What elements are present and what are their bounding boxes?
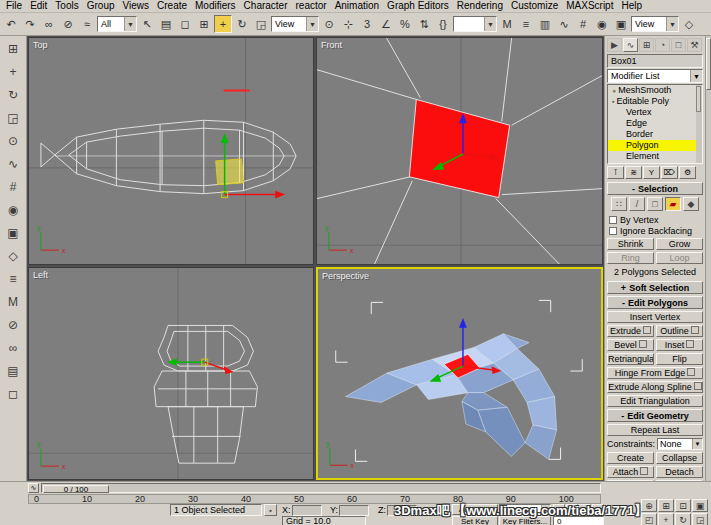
selection-rollout-header[interactable]: -Selection — [607, 182, 703, 195]
hinge-from-edge-button[interactable]: Hinge From Edge — [607, 367, 703, 379]
spinner-snap-icon[interactable]: ⇅ — [415, 15, 433, 33]
bind-to-space-warp-icon[interactable]: ≈ — [78, 15, 96, 33]
render-type-dropdown[interactable]: View▼ — [631, 16, 679, 32]
named-selection-dropdown[interactable]: ▼ — [453, 16, 497, 32]
command-panel-scrollbar[interactable] — [705, 36, 711, 481]
configure-modifier-sets-icon[interactable]: ⚙ — [679, 166, 696, 179]
stack-item-edge[interactable]: Edge — [608, 118, 696, 129]
make-unique-icon[interactable]: Y — [643, 166, 660, 179]
undo-icon[interactable]: ↶ — [2, 15, 20, 33]
soft-selection-rollout-header[interactable]: +Soft Selection — [607, 281, 703, 294]
left-tool-icon-3[interactable]: ↻ — [3, 85, 23, 104]
menu-item[interactable]: Character — [240, 0, 292, 12]
remove-modifier-icon[interactable]: ⌦ — [661, 166, 678, 179]
menu-item[interactable]: Rendering — [453, 0, 507, 12]
select-and-rotate-icon[interactable]: ↻ — [233, 15, 251, 33]
by-vertex-checkbox[interactable]: By Vertex — [607, 214, 703, 225]
left-tool-icon-7[interactable]: # — [3, 177, 23, 196]
window-crossing-icon[interactable]: ⊞ — [195, 15, 213, 33]
tab-display-icon[interactable]: □ — [671, 38, 686, 52]
redo-icon[interactable]: ↷ — [21, 15, 39, 33]
quick-render-icon[interactable]: ◇ — [680, 15, 698, 33]
reference-coordinate-dropdown[interactable]: View▼ — [271, 16, 319, 32]
time-slider-track[interactable]: 0 / 100 — [41, 483, 601, 493]
menu-item[interactable]: Edit — [26, 0, 51, 12]
time-slider-handle[interactable]: 0 / 100 — [43, 485, 109, 493]
y-coordinate-field[interactable] — [339, 505, 369, 516]
bevel-button[interactable]: Bevel — [607, 339, 654, 351]
element-mode-icon[interactable]: ◆ — [683, 197, 699, 211]
tab-motion-icon[interactable]: ◔ — [655, 38, 670, 52]
edit-geometry-rollout-header[interactable]: -Edit Geometry — [607, 409, 703, 422]
curve-editor-icon[interactable]: ∿ — [555, 15, 573, 33]
show-end-result-icon[interactable]: ≋ — [625, 166, 642, 179]
ring-button[interactable]: Ring — [607, 252, 654, 264]
grow-button[interactable]: Grow — [656, 238, 703, 250]
flip-button[interactable]: Flip — [656, 353, 703, 365]
align-icon[interactable]: ≡ — [517, 15, 535, 33]
left-tool-icon-1[interactable]: ⊞ — [3, 39, 23, 58]
tab-create-icon[interactable]: ▶ — [607, 38, 622, 52]
edit-polygons-rollout-header[interactable]: -Edit Polygons — [607, 296, 703, 309]
left-tool-icon-12[interactable]: M — [3, 292, 23, 311]
menu-item[interactable]: Animation — [331, 0, 383, 12]
viewport-perspective[interactable]: Perspective — [316, 267, 603, 480]
vertex-mode-icon[interactable]: ∷ — [611, 197, 627, 211]
left-tool-icon-9[interactable]: ▣ — [3, 223, 23, 242]
pin-stack-icon[interactable]: ⊺ — [607, 166, 624, 179]
tab-hierarchy-icon[interactable]: ⊞ — [639, 38, 654, 52]
shrink-button[interactable]: Shrink — [607, 238, 654, 250]
menu-item[interactable]: Create — [153, 0, 191, 12]
edge-mode-icon[interactable]: / — [629, 197, 645, 211]
select-and-manipulate-icon[interactable]: ⊹ — [339, 15, 357, 33]
left-tool-icon-16[interactable]: ◻ — [3, 384, 23, 403]
mirror-icon[interactable]: M — [498, 15, 516, 33]
viewport-top[interactable]: Top — [28, 37, 314, 265]
left-tool-icon-13[interactable]: ⊘ — [3, 315, 23, 334]
schematic-view-icon[interactable]: # — [574, 15, 592, 33]
angle-snap-icon[interactable]: ∠ — [377, 15, 395, 33]
constraints-dropdown[interactable]: None▼ — [657, 438, 703, 450]
left-tool-icon-8[interactable]: ◉ — [3, 200, 23, 219]
retriangulate-button[interactable]: Retriangulate — [607, 353, 654, 365]
viewport-label[interactable]: Perspective — [322, 271, 369, 281]
ignore-backfacing-checkbox[interactable]: Ignore Backfacing — [607, 225, 703, 236]
tab-utilities-icon[interactable]: ⚒ — [687, 38, 702, 52]
menu-item[interactable]: Group — [83, 0, 119, 12]
arc-rotate-icon[interactable]: ↻ — [675, 513, 691, 525]
left-tool-icon-10[interactable]: ◇ — [3, 246, 23, 265]
edit-named-selection-sets-icon[interactable]: {} — [434, 15, 452, 33]
select-and-move-icon[interactable]: + — [214, 15, 232, 33]
edit-triangulation-button[interactable]: Edit Triangulation — [607, 395, 703, 407]
left-tool-icon-11[interactable]: ≡ — [3, 269, 23, 288]
loop-button[interactable]: Loop — [656, 252, 703, 264]
outline-button[interactable]: Outline — [656, 325, 703, 337]
pan-icon[interactable]: + — [658, 513, 674, 525]
collapse-button[interactable]: Collapse — [656, 452, 703, 464]
left-tool-icon-2[interactable]: + — [3, 62, 23, 81]
menu-item[interactable]: MAXScript — [562, 0, 617, 12]
stack-item-meshsmooth[interactable]: MeshSmooth — [608, 85, 696, 96]
stack-item-border[interactable]: Border — [608, 129, 696, 140]
min-max-toggle-icon[interactable]: ◲ — [692, 513, 708, 525]
extrude-button[interactable]: Extrude — [607, 325, 654, 337]
tab-modify-icon[interactable]: ∿ — [623, 38, 638, 52]
menu-item[interactable]: Help — [617, 0, 646, 12]
inset-button[interactable]: Inset — [656, 339, 703, 351]
zoom-all-icon[interactable]: ⊞ — [658, 499, 674, 512]
extrude-along-spline-button[interactable]: Extrude Along Spline — [607, 381, 703, 393]
viewport-label[interactable]: Front — [321, 40, 342, 50]
menu-item[interactable]: reactor — [292, 0, 331, 12]
left-tool-icon-14[interactable]: ∞ — [3, 338, 23, 357]
detach-button[interactable]: Detach — [656, 466, 703, 478]
object-name-field[interactable]: Box01 — [607, 54, 703, 68]
left-tool-icon-4[interactable]: ◲ — [3, 108, 23, 127]
viewport-label[interactable]: Top — [33, 40, 48, 50]
border-mode-icon[interactable]: □ — [647, 197, 663, 211]
stack-item-element[interactable]: Element — [608, 151, 696, 162]
create-button[interactable]: Create — [607, 452, 654, 464]
insert-vertex-button[interactable]: Insert Vertex — [607, 311, 703, 323]
stack-item-editable-poly[interactable]: Editable Poly — [608, 96, 696, 107]
selected-polygon-top[interactable] — [216, 159, 244, 185]
left-tool-icon-6[interactable]: ∿ — [3, 154, 23, 173]
